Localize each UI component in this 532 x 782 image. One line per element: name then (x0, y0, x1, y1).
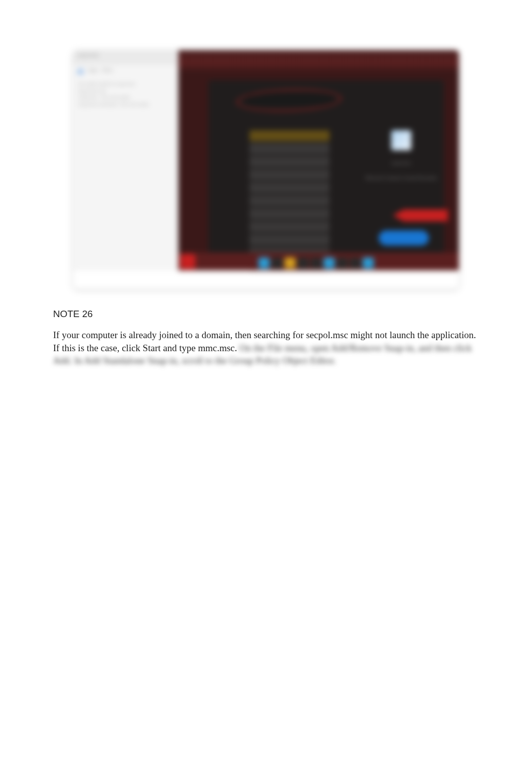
search-title-bar: secpol.msc (73, 50, 178, 64)
menu-item (249, 234, 330, 245)
tray-icon (350, 257, 361, 269)
menu-item (249, 208, 330, 219)
windows-search-panel: secpol.msc Microsoft Common Console Docu… (208, 80, 444, 260)
red-annotation-circle (236, 87, 342, 113)
start-button-icon (180, 254, 195, 269)
desktop-background: secpol.msc Microsoft Common Console Docu… (178, 50, 459, 271)
tray-icon (272, 257, 283, 269)
tray-icon (337, 257, 348, 269)
tray-icon (324, 257, 335, 269)
web-result-2: secpol.msc download - See web results (78, 101, 173, 108)
detail-subtitle: Microsoft Common Console Document (344, 175, 459, 180)
no-results-text: No results found for secpol.msc (78, 81, 173, 88)
taskbar-tray (258, 257, 374, 269)
open-button (379, 230, 429, 245)
tray-icon (285, 257, 296, 269)
tray-icon (311, 257, 322, 269)
tab-more: More (102, 67, 113, 74)
mmc-file-icon (391, 130, 411, 150)
search-query-text: secpol.msc (73, 50, 178, 60)
windows-search-screenshot: secpol.msc All Apps More No results foun… (73, 50, 459, 289)
menu-item (249, 169, 330, 180)
search-tabs: All Apps More (73, 64, 178, 77)
menu-item-active (249, 130, 330, 141)
note-body: If your computer is already joined to a … (53, 329, 479, 367)
menu-item (249, 195, 330, 206)
menu-item (249, 156, 330, 167)
search-results-sidebar: secpol.msc All Apps More No results foun… (73, 50, 178, 271)
menu-item (249, 182, 330, 193)
search-web-heading: Search the web (78, 88, 173, 95)
menu-item (249, 143, 330, 154)
search-detail-pane: secpol.msc Microsoft Common Console Docu… (344, 130, 459, 190)
windows-taskbar (178, 252, 459, 271)
tray-icon (298, 257, 309, 269)
tab-apps: Apps (88, 67, 98, 74)
note-heading: NOTE 26 (53, 309, 479, 320)
web-result-1: secpol.msc - See web results (78, 94, 173, 101)
red-annotation-arrow (393, 209, 448, 221)
detail-title: secpol.msc (344, 160, 459, 165)
tab-all: All (77, 67, 84, 74)
search-results-body: No results found for secpol.msc Search t… (73, 77, 178, 112)
tray-icon (363, 257, 374, 269)
tray-icon (258, 257, 270, 269)
menu-item (249, 221, 330, 232)
